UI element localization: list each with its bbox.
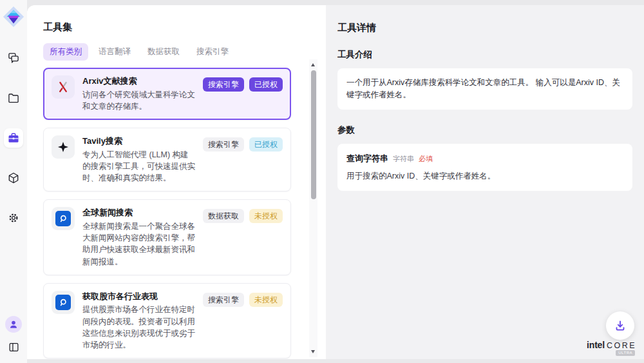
category-badge: 搜索引擎 bbox=[203, 77, 244, 92]
app-window: 工具集 所有类别 语言翻译 数据获取 搜索引擎 bbox=[0, 0, 644, 363]
intro-text: 一个用于从Arxiv存储库搜索科学论文和文章的工具。 输入可以是Arxiv ID… bbox=[346, 78, 620, 99]
param-card: 查询字符串 字符串 必填 用于搜索的Arxiv ID、关键字或作者姓名。 bbox=[337, 144, 632, 191]
scrollbar-up-arrow-icon[interactable] bbox=[311, 63, 315, 66]
panel-toggle-icon bbox=[8, 341, 20, 353]
chat-icon bbox=[7, 52, 20, 64]
tool-description: 提供股票市场各个行业在特定时间段内的表现。投资者可以利用这些信息来识别表现优于或… bbox=[82, 304, 195, 351]
tool-icon-tile bbox=[52, 291, 75, 314]
sidebar-item-chat[interactable] bbox=[4, 48, 23, 68]
sidebar-item-files[interactable] bbox=[4, 88, 23, 108]
user-avatar[interactable] bbox=[5, 316, 22, 333]
tool-list: Arxiv文献搜索 访问各个研究领域大量科学论文和文章的存储库。 搜索引擎 已授… bbox=[43, 68, 326, 359]
sidebar-bottom bbox=[5, 316, 22, 355]
download-icon bbox=[614, 319, 627, 332]
tab-all-categories[interactable]: 所有类别 bbox=[43, 43, 88, 61]
tool-description: 访问各个研究领域大量科学论文和文章的存储库。 bbox=[82, 89, 195, 113]
sidebar bbox=[0, 0, 27, 363]
diamond-gem-icon bbox=[3, 6, 24, 28]
param-row: 查询字符串 字符串 必填 bbox=[346, 152, 623, 165]
scrollbar-down-arrow-icon[interactable] bbox=[311, 350, 315, 353]
tool-card-sector-performance[interactable]: 获取股市各行业表现 提供股票市场各个行业在特定时间段内的表现。投资者可以利用这些… bbox=[43, 283, 291, 359]
brand-ultra-badge: ULTRA bbox=[616, 350, 635, 356]
panel-toggle[interactable] bbox=[5, 338, 22, 355]
tavily-star-icon bbox=[56, 140, 70, 154]
scrollbar-thumb[interactable] bbox=[311, 70, 316, 199]
category-badge: 数据获取 bbox=[203, 209, 244, 223]
tool-card-global-news[interactable]: 全球新闻搜索 全球新闻搜索是一个聚合全球各大新闻网站内容的搜索引擎，帮助用户快速… bbox=[43, 199, 291, 275]
intel-core-logo: intel CORE ULTRA bbox=[587, 340, 636, 350]
sidebar-nav bbox=[4, 48, 23, 228]
tool-card-tavily[interactable]: Tavily搜索 专为人工智能代理 (LLM) 构建的搜索引擎工具，可快速提供实… bbox=[43, 128, 291, 191]
download-button[interactable] bbox=[606, 311, 634, 340]
q-news-tile bbox=[55, 211, 71, 226]
auth-status-badge: 已授权 bbox=[249, 137, 283, 152]
sidebar-item-tools[interactable] bbox=[4, 128, 23, 148]
q-news-tile bbox=[55, 295, 71, 310]
toolbox-icon bbox=[7, 132, 20, 144]
detail-title: 工具详情 bbox=[337, 22, 632, 34]
tab-data-acquisition[interactable]: 数据获取 bbox=[141, 43, 186, 61]
tool-badges: 搜索引擎 未授权 bbox=[203, 293, 283, 307]
category-tabs: 所有类别 语言翻译 数据获取 搜索引擎 bbox=[43, 43, 326, 61]
intro-card: 一个用于从Arxiv存储库搜索科学论文和文章的工具。 输入可以是Arxiv ID… bbox=[337, 68, 632, 110]
gear-icon bbox=[7, 211, 20, 224]
tool-title: Arxiv文献搜索 bbox=[82, 75, 195, 87]
q-news-icon bbox=[58, 213, 68, 224]
tool-detail-panel: 工具详情 工具介绍 一个用于从Arxiv存储库搜索科学论文和文章的工具。 输入可… bbox=[326, 5, 644, 359]
tool-card-body: Tavily搜索 专为人工智能代理 (LLM) 构建的搜索引擎工具，可快速提供实… bbox=[82, 135, 195, 184]
param-description: 用于搜索的Arxiv ID、关键字或作者姓名。 bbox=[346, 170, 623, 182]
list-scrollbar[interactable] bbox=[309, 59, 317, 357]
tool-title: Tavily搜索 bbox=[82, 135, 195, 147]
tab-language-translation[interactable]: 语言翻译 bbox=[92, 43, 137, 61]
tool-icon-tile bbox=[52, 207, 75, 230]
arxiv-logo-icon bbox=[57, 81, 70, 93]
content: 工具集 所有类别 语言翻译 数据获取 搜索引擎 bbox=[27, 5, 644, 359]
tool-title: 获取股市各行业表现 bbox=[82, 291, 195, 302]
auth-status-badge: 未授权 bbox=[249, 293, 283, 307]
q-news-icon bbox=[58, 297, 68, 308]
tool-badges: 搜索引擎 已授权 bbox=[203, 77, 283, 92]
sidebar-item-settings[interactable] bbox=[4, 208, 23, 228]
intro-heading: 工具介绍 bbox=[337, 49, 632, 61]
category-badge: 搜索引擎 bbox=[203, 137, 244, 152]
tool-badges: 搜索引擎 已授权 bbox=[203, 137, 283, 152]
tool-icon-tile bbox=[52, 75, 75, 99]
tool-card-body: 全球新闻搜索 全球新闻搜索是一个聚合全球各大新闻网站内容的搜索引擎，帮助用户快速… bbox=[82, 207, 195, 268]
tool-badges: 数据获取 未授权 bbox=[203, 209, 283, 223]
tool-list-panel: 工具集 所有类别 语言翻译 数据获取 搜索引擎 bbox=[27, 5, 326, 359]
tool-description: 全球新闻搜索是一个聚合全球各大新闻网站内容的搜索引擎，帮助用户快速获取全球最新资… bbox=[82, 221, 195, 268]
sidebar-item-models[interactable] bbox=[4, 168, 23, 188]
param-required-flag: 必填 bbox=[419, 153, 433, 164]
auth-status-badge: 已授权 bbox=[249, 77, 283, 92]
tab-search-engine[interactable]: 搜索引擎 bbox=[190, 43, 235, 61]
category-badge: 搜索引擎 bbox=[203, 293, 244, 307]
param-type: 字符串 bbox=[393, 153, 414, 164]
page-title: 工具集 bbox=[43, 21, 326, 34]
user-avatar-icon bbox=[8, 319, 19, 329]
app-logo bbox=[3, 6, 24, 28]
tool-icon-tile bbox=[52, 135, 75, 159]
tool-card-arxiv[interactable]: Arxiv文献搜索 访问各个研究领域大量科学论文和文章的存储库。 搜索引擎 已授… bbox=[43, 68, 291, 120]
brand-core-label: CORE bbox=[607, 341, 636, 350]
params-heading: 参数 bbox=[337, 124, 632, 136]
brand-core-text: CORE ULTRA bbox=[607, 341, 636, 350]
brand-intel-text: intel bbox=[587, 340, 605, 350]
auth-status-badge: 未授权 bbox=[249, 209, 283, 223]
tool-card-body: 获取股市各行业表现 提供股票市场各个行业在特定时间段内的表现。投资者可以利用这些… bbox=[82, 291, 195, 351]
tool-title: 全球新闻搜索 bbox=[82, 207, 195, 219]
folder-icon bbox=[7, 92, 20, 104]
tool-card-body: Arxiv文献搜索 访问各个研究领域大量科学论文和文章的存储库。 bbox=[82, 75, 195, 112]
tool-description: 专为人工智能代理 (LLM) 构建的搜索引擎工具，可快速提供实时、准确和真实的结… bbox=[82, 149, 195, 184]
param-name: 查询字符串 bbox=[346, 152, 388, 165]
cube-icon bbox=[7, 172, 20, 184]
